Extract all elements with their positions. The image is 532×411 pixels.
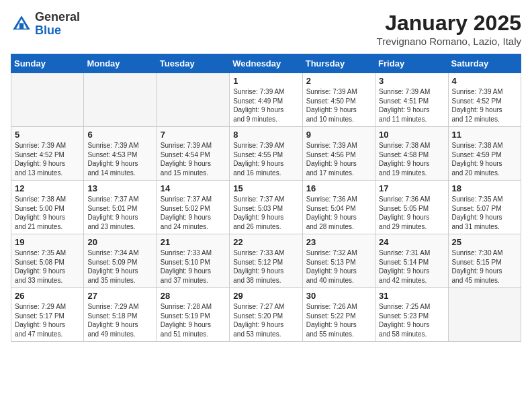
calendar-day-cell: 28Sunrise: 7:28 AM Sunset: 5:19 PM Dayli… xyxy=(157,288,229,342)
day-number: 8 xyxy=(233,130,298,140)
day-of-week-header: Thursday xyxy=(302,54,375,73)
day-number: 13 xyxy=(87,183,152,193)
calendar-week-row: 26Sunrise: 7:29 AM Sunset: 5:17 PM Dayli… xyxy=(11,288,521,342)
calendar-week-row: 12Sunrise: 7:38 AM Sunset: 5:00 PM Dayli… xyxy=(11,181,521,234)
calendar-day-cell: 3Sunrise: 7:39 AM Sunset: 4:51 PM Daylig… xyxy=(375,73,448,127)
calendar-day-cell: 21Sunrise: 7:33 AM Sunset: 5:10 PM Dayli… xyxy=(157,234,229,288)
page-title: January 2025 xyxy=(377,11,521,36)
calendar-day-cell: 8Sunrise: 7:39 AM Sunset: 4:55 PM Daylig… xyxy=(230,127,302,181)
day-number: 21 xyxy=(161,237,226,247)
calendar-day-cell: 18Sunrise: 7:35 AM Sunset: 5:07 PM Dayli… xyxy=(448,181,521,234)
calendar-day-cell: 12Sunrise: 7:38 AM Sunset: 5:00 PM Dayli… xyxy=(11,181,84,234)
calendar-day-cell: 14Sunrise: 7:37 AM Sunset: 5:02 PM Dayli… xyxy=(157,181,229,234)
day-info: Sunrise: 7:38 AM Sunset: 4:59 PM Dayligh… xyxy=(452,141,517,177)
day-info: Sunrise: 7:38 AM Sunset: 5:00 PM Dayligh… xyxy=(15,195,80,231)
day-number: 12 xyxy=(15,183,80,193)
calendar-day-cell: 7Sunrise: 7:39 AM Sunset: 4:54 PM Daylig… xyxy=(157,127,229,181)
calendar-week-row: 5Sunrise: 7:39 AM Sunset: 4:52 PM Daylig… xyxy=(11,127,521,181)
calendar-day-cell xyxy=(448,288,521,342)
calendar-day-cell: 13Sunrise: 7:37 AM Sunset: 5:01 PM Dayli… xyxy=(84,181,157,234)
day-number: 7 xyxy=(161,130,226,140)
day-info: Sunrise: 7:26 AM Sunset: 5:22 PM Dayligh… xyxy=(306,302,371,338)
day-number: 25 xyxy=(452,237,517,247)
day-number: 5 xyxy=(15,130,80,140)
calendar-day-cell: 30Sunrise: 7:26 AM Sunset: 5:22 PM Dayli… xyxy=(302,288,375,342)
day-number: 2 xyxy=(306,76,371,86)
day-info: Sunrise: 7:27 AM Sunset: 5:20 PM Dayligh… xyxy=(233,302,298,338)
day-number: 27 xyxy=(87,291,152,301)
day-number: 29 xyxy=(233,291,298,301)
day-number: 10 xyxy=(379,130,444,140)
calendar-day-cell: 31Sunrise: 7:25 AM Sunset: 5:23 PM Dayli… xyxy=(375,288,448,342)
day-number: 4 xyxy=(452,76,517,86)
calendar-day-cell: 10Sunrise: 7:38 AM Sunset: 4:58 PM Dayli… xyxy=(375,127,448,181)
calendar-table: SundayMondayTuesdayWednesdayThursdayFrid… xyxy=(11,54,521,342)
calendar-day-cell: 23Sunrise: 7:32 AM Sunset: 5:13 PM Dayli… xyxy=(302,234,375,288)
day-info: Sunrise: 7:39 AM Sunset: 4:52 PM Dayligh… xyxy=(452,87,517,124)
day-info: Sunrise: 7:35 AM Sunset: 5:07 PM Dayligh… xyxy=(452,195,517,231)
calendar-day-cell: 20Sunrise: 7:34 AM Sunset: 5:09 PM Dayli… xyxy=(84,234,157,288)
day-number: 1 xyxy=(233,76,298,86)
day-info: Sunrise: 7:39 AM Sunset: 4:49 PM Dayligh… xyxy=(233,87,298,124)
calendar-day-cell xyxy=(157,73,229,127)
day-number: 16 xyxy=(306,183,371,193)
calendar-day-cell: 17Sunrise: 7:36 AM Sunset: 5:05 PM Dayli… xyxy=(375,181,448,234)
day-info: Sunrise: 7:36 AM Sunset: 5:05 PM Dayligh… xyxy=(379,195,444,231)
page-header: General Blue January 2025 Trevignano Rom… xyxy=(11,11,521,47)
day-number: 26 xyxy=(15,291,80,301)
calendar-day-cell: 15Sunrise: 7:37 AM Sunset: 5:03 PM Dayli… xyxy=(230,181,302,234)
day-number: 14 xyxy=(161,183,226,193)
day-info: Sunrise: 7:39 AM Sunset: 4:56 PM Dayligh… xyxy=(306,141,371,177)
day-info: Sunrise: 7:39 AM Sunset: 4:52 PM Dayligh… xyxy=(15,141,80,177)
day-info: Sunrise: 7:31 AM Sunset: 5:14 PM Dayligh… xyxy=(379,248,444,285)
day-info: Sunrise: 7:35 AM Sunset: 5:08 PM Dayligh… xyxy=(15,248,80,285)
day-info: Sunrise: 7:29 AM Sunset: 5:18 PM Dayligh… xyxy=(87,302,152,338)
day-number: 3 xyxy=(379,76,444,86)
day-info: Sunrise: 7:39 AM Sunset: 4:54 PM Dayligh… xyxy=(161,141,226,177)
calendar-day-cell: 26Sunrise: 7:29 AM Sunset: 5:17 PM Dayli… xyxy=(11,288,84,342)
calendar-day-cell: 11Sunrise: 7:38 AM Sunset: 4:59 PM Dayli… xyxy=(448,127,521,181)
day-number: 23 xyxy=(306,237,371,247)
day-info: Sunrise: 7:39 AM Sunset: 4:55 PM Dayligh… xyxy=(233,141,298,177)
day-of-week-header: Friday xyxy=(375,54,448,73)
calendar-week-row: 19Sunrise: 7:35 AM Sunset: 5:08 PM Dayli… xyxy=(11,234,521,288)
calendar-day-cell: 16Sunrise: 7:36 AM Sunset: 5:04 PM Dayli… xyxy=(302,181,375,234)
day-info: Sunrise: 7:39 AM Sunset: 4:50 PM Dayligh… xyxy=(306,87,371,124)
day-number: 19 xyxy=(15,237,80,247)
day-info: Sunrise: 7:33 AM Sunset: 5:10 PM Dayligh… xyxy=(161,248,226,285)
day-number: 30 xyxy=(306,291,371,301)
logo-icon xyxy=(11,13,32,35)
day-info: Sunrise: 7:38 AM Sunset: 4:58 PM Dayligh… xyxy=(379,141,444,177)
calendar-week-row: 1Sunrise: 7:39 AM Sunset: 4:49 PM Daylig… xyxy=(11,73,521,127)
day-info: Sunrise: 7:39 AM Sunset: 4:53 PM Dayligh… xyxy=(87,141,152,177)
page-subtitle: Trevignano Romano, Lazio, Italy xyxy=(377,36,521,47)
calendar-day-cell: 9Sunrise: 7:39 AM Sunset: 4:56 PM Daylig… xyxy=(302,127,375,181)
calendar-header-row: SundayMondayTuesdayWednesdayThursdayFrid… xyxy=(11,54,521,73)
day-number: 24 xyxy=(379,237,444,247)
calendar-day-cell: 2Sunrise: 7:39 AM Sunset: 4:50 PM Daylig… xyxy=(302,73,375,127)
calendar-day-cell: 29Sunrise: 7:27 AM Sunset: 5:20 PM Dayli… xyxy=(230,288,302,342)
day-info: Sunrise: 7:37 AM Sunset: 5:03 PM Dayligh… xyxy=(233,195,298,231)
day-of-week-header: Wednesday xyxy=(230,54,302,73)
calendar-day-cell: 27Sunrise: 7:29 AM Sunset: 5:18 PM Dayli… xyxy=(84,288,157,342)
day-of-week-header: Monday xyxy=(84,54,157,73)
day-number: 11 xyxy=(452,130,517,140)
svg-rect-2 xyxy=(19,23,24,30)
calendar-day-cell: 25Sunrise: 7:30 AM Sunset: 5:15 PM Dayli… xyxy=(448,234,521,288)
title-block: January 2025 Trevignano Romano, Lazio, I… xyxy=(377,11,521,47)
day-info: Sunrise: 7:25 AM Sunset: 5:23 PM Dayligh… xyxy=(379,302,444,338)
day-info: Sunrise: 7:28 AM Sunset: 5:19 PM Dayligh… xyxy=(161,302,226,338)
day-number: 22 xyxy=(233,237,298,247)
day-of-week-header: Saturday xyxy=(448,54,521,73)
calendar-day-cell: 4Sunrise: 7:39 AM Sunset: 4:52 PM Daylig… xyxy=(448,73,521,127)
calendar-day-cell: 19Sunrise: 7:35 AM Sunset: 5:08 PM Dayli… xyxy=(11,234,84,288)
day-number: 6 xyxy=(87,130,152,140)
day-info: Sunrise: 7:34 AM Sunset: 5:09 PM Dayligh… xyxy=(87,248,152,285)
day-of-week-header: Tuesday xyxy=(157,54,229,73)
day-number: 28 xyxy=(161,291,226,301)
day-info: Sunrise: 7:37 AM Sunset: 5:02 PM Dayligh… xyxy=(161,195,226,231)
day-info: Sunrise: 7:36 AM Sunset: 5:04 PM Dayligh… xyxy=(306,195,371,231)
calendar-day-cell: 5Sunrise: 7:39 AM Sunset: 4:52 PM Daylig… xyxy=(11,127,84,181)
calendar-day-cell: 22Sunrise: 7:33 AM Sunset: 5:12 PM Dayli… xyxy=(230,234,302,288)
day-number: 15 xyxy=(233,183,298,193)
